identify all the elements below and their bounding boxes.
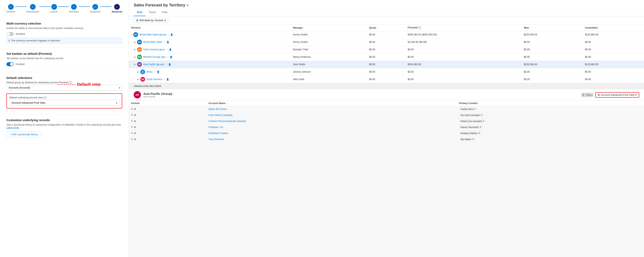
default-view-select[interactable]: Account Advanced Find ViewActive Account… xyxy=(9,100,120,106)
forecast-title: Sales Forecast by Territory ▾ xyxy=(134,3,639,8)
wizard-step-layout[interactable]: ✓Layout* xyxy=(50,4,58,13)
edit-icon[interactable]: ✎ xyxy=(131,132,133,135)
forecast-col-territory: Territory xyxy=(129,24,291,31)
expand-icon[interactable]: ▶ xyxy=(134,63,136,66)
contact-tag: Alex Baker ✕ xyxy=(459,138,476,141)
account-name-link[interactable]: Northwind Traders xyxy=(208,132,228,135)
group-by-select[interactable]: Account (Account) xyxy=(6,85,122,90)
info-icon[interactable]: ⊕ xyxy=(134,126,136,128)
person-icon[interactable]: 👤 xyxy=(166,78,169,81)
wizard-step-snapshots[interactable]: ✓Snapshots xyxy=(90,4,100,13)
info-icon[interactable]: ⊕ xyxy=(134,138,136,141)
wizard-step-permissions[interactable]: ✓Permissions* xyxy=(26,4,39,13)
share-icon[interactable]: ↗ xyxy=(165,63,167,66)
underlying-view-select[interactable]: ⊞ Account Advanced Find View ▾ xyxy=(595,92,639,98)
account-name-cell: Fabrikam, Inc. xyxy=(206,124,457,130)
person-icon[interactable]: 👤 xyxy=(170,34,173,36)
forecast-won: $0.00 xyxy=(522,68,583,76)
forecast-tab-grid[interactable]: Grid xyxy=(134,10,146,16)
account-name-link[interactable]: Trey Research xyxy=(208,138,224,141)
territory-name[interactable]: South America xyxy=(146,78,162,81)
remove-contact-icon[interactable]: ✕ xyxy=(472,138,474,140)
sort-icon[interactable]: ↑ xyxy=(226,102,227,105)
territory-name[interactable]: Africa xyxy=(146,70,152,73)
remove-contact-icon[interactable]: ✕ xyxy=(482,120,484,122)
person-icon[interactable]: 👤 xyxy=(166,41,169,44)
account-name-link[interactable]: Fabrikam, Inc. xyxy=(208,126,224,128)
view-select-chevron: ▾ xyxy=(635,94,637,96)
multicurrency-toggle[interactable] xyxy=(6,32,14,36)
group-by-info-icon[interactable]: i xyxy=(69,81,72,84)
kanban-desc: Set kanban as the default view for under… xyxy=(6,57,122,60)
collapse-icon[interactable]: ▾ xyxy=(131,33,132,36)
expand-icon[interactable]: ▶ xyxy=(137,70,139,73)
edit-icon[interactable]: ✎ xyxy=(131,108,133,110)
forecast-table-head: TerritoryManagerQuotaForecast iWonCommit… xyxy=(129,24,644,31)
kanban-toggle[interactable] xyxy=(6,62,14,66)
share-icon[interactable]: ↗ xyxy=(164,41,165,44)
step-label-snapshots: Snapshots xyxy=(90,10,100,13)
person-icon[interactable]: 👤 xyxy=(170,56,172,58)
step-circle-layout: ✓ xyxy=(51,4,57,10)
learn-more-link[interactable]: Learn more. xyxy=(6,126,20,129)
person-icon[interactable]: 👤 xyxy=(169,48,172,51)
forecast-territory-cell: ▶ WE Western Europe (gro ↗ 👤 xyxy=(129,53,291,61)
expand-icon[interactable]: ▶ xyxy=(134,56,136,58)
share-icon[interactable]: ↗ xyxy=(167,56,168,58)
forecast-quota: $0.00 xyxy=(367,76,406,83)
wizard-step-general[interactable]: ✓General* xyxy=(6,4,15,13)
step-circle-permissions: ✓ xyxy=(30,4,36,10)
account-name-cell: Contoso Pharmaceuticals (sample) xyxy=(206,118,457,124)
info-icon[interactable]: ⊕ xyxy=(134,114,136,116)
person-icon[interactable]: 👤 xyxy=(168,63,171,66)
info-icon[interactable]: ⊕ xyxy=(134,120,136,122)
edit-icon[interactable]: ✎ xyxy=(131,120,133,122)
share-icon[interactable]: ↗ xyxy=(166,48,168,51)
forecast-tabs: GridTrendFlow xyxy=(134,10,639,16)
edit-icon[interactable]: ✎ xyxy=(131,126,133,128)
view-info-icon[interactable]: i xyxy=(44,96,46,99)
contact-name: Haroun Stormonth xyxy=(460,126,479,128)
remove-contact-icon[interactable]: ✕ xyxy=(474,108,476,110)
person-icon[interactable]: 👤 xyxy=(157,71,160,73)
contact-tag: Heribertc Nathan ✕ xyxy=(459,132,482,135)
forecast-won: $0.00 xyxy=(522,38,583,46)
forecast-won: $0.00 xyxy=(522,76,583,83)
edit-icon[interactable]: ✎ xyxy=(131,138,133,141)
table-row: ✎⊕Trey ResearchAlex Baker ✕ xyxy=(129,136,644,142)
territory-name[interactable]: Asia Pacific (group) xyxy=(143,63,164,66)
forecast-row: ▾ WS World Wide Sales (group ↗ 👤 Kenny S… xyxy=(129,31,644,38)
share-icon[interactable]: ↗ xyxy=(154,71,156,73)
remove-contact-icon[interactable]: ✕ xyxy=(480,126,481,128)
forecast-tab-flow[interactable]: Flow xyxy=(159,10,170,16)
wizard-step-advanced[interactable]: ✓Advanced xyxy=(112,4,122,13)
forecast-info-icon[interactable]: i xyxy=(418,26,421,29)
forecast-title-chevron[interactable]: ▾ xyxy=(187,4,188,7)
remove-contact-icon[interactable]: ✕ xyxy=(480,114,482,116)
multicurrency-toggle-label: Disabled xyxy=(16,32,25,36)
step-label-layout: Layout* xyxy=(50,10,58,13)
territory-name[interactable]: World Wide Sales xyxy=(143,41,162,44)
edit-icon[interactable]: ✎ xyxy=(131,114,133,116)
account-name-link[interactable]: Alpine Ski House xyxy=(208,108,227,110)
expand-icon[interactable]: ▶ xyxy=(134,48,136,51)
expand-icon[interactable]: ▶ xyxy=(137,78,139,81)
account-name-link[interactable]: Coho Winery (sample) xyxy=(208,114,232,116)
territory-name[interactable]: Western Europe (gro xyxy=(143,56,166,58)
remove-contact-icon[interactable]: ✕ xyxy=(478,132,480,134)
expand-icon[interactable]: ▶ xyxy=(134,41,136,44)
account-name-link[interactable]: Contoso Pharmaceuticals (sample) xyxy=(208,120,246,122)
info-icon[interactable]: ⊕ xyxy=(134,108,136,110)
wizard-step-drilldown[interactable]: ✓Drill down xyxy=(69,4,79,13)
left-panel: ✓General*✓Permissions*✓Layout*✓Drill dow… xyxy=(0,0,129,257)
forecast-tab-trend[interactable]: Trend xyxy=(146,10,159,16)
drill-down-button[interactable]: ⊞ Drill down by: Account ▾ xyxy=(134,18,168,23)
add-javascript-button[interactable]: + Add a javascript library xyxy=(6,132,41,137)
territory-name[interactable]: North America (grou xyxy=(143,48,165,51)
filters-button[interactable]: ⊟ Filters xyxy=(582,93,593,97)
info-icon[interactable]: ⊕ xyxy=(134,132,136,135)
kanban-toggle-row: Enabled xyxy=(6,62,122,66)
territory-name[interactable]: World Wide Sales (group xyxy=(139,33,166,36)
share-icon[interactable]: ↗ xyxy=(163,78,165,81)
share-icon[interactable]: ↗ xyxy=(167,34,169,36)
